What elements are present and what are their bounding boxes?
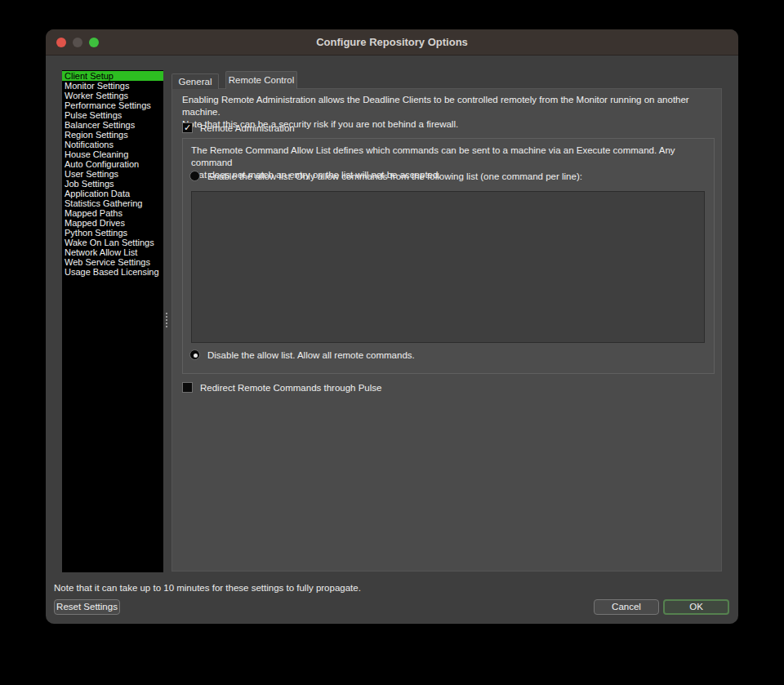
enable-allow-list-label: Enable the allow list. Only allow comman… xyxy=(207,171,582,181)
reset-settings-button[interactable]: Reset Settings xyxy=(54,599,120,615)
sidebar-item[interactable]: Application Data xyxy=(62,189,163,198)
sidebar-item[interactable]: Notifications xyxy=(62,140,163,149)
propagation-note: Note that it can take up to 10 minutes f… xyxy=(54,583,361,593)
redirect-through-pulse-label: Redirect Remote Commands through Pulse xyxy=(200,383,381,393)
sidebar-item-label: Mapped Drives xyxy=(65,218,125,228)
settings-category-list: Client Setup Monitor Settings Worker Set… xyxy=(62,70,163,572)
sidebar-item[interactable]: Mapped Paths xyxy=(62,208,163,218)
sidebar-item[interactable]: Python Settings xyxy=(62,228,163,238)
tab-remote-control[interactable]: Remote Control xyxy=(225,71,297,89)
checkmark-icon: ✓ xyxy=(184,122,191,132)
redirect-through-pulse-row: ✓ Redirect Remote Commands through Pulse xyxy=(182,382,381,393)
enable-allow-list-row: Enable the allow list. Only allow comman… xyxy=(189,171,582,181)
sidebar-item[interactable]: Monitor Settings xyxy=(62,81,163,91)
sidebar-item[interactable]: Worker Settings xyxy=(62,91,163,100)
sidebar-item[interactable]: Mapped Drives xyxy=(62,218,163,228)
intro-line-1: Enabling Remote Administration allows th… xyxy=(182,94,715,118)
sidebar-item-label: House Cleaning xyxy=(65,149,128,159)
enable-allow-list-radio[interactable] xyxy=(189,171,200,181)
close-window-icon[interactable] xyxy=(56,38,66,47)
sidebar-item[interactable]: Statistics Gathering xyxy=(62,198,163,208)
remote-control-tab-page: Enabling Remote Administration allows th… xyxy=(172,88,722,572)
sidebar-item-label: Usage Based Licensing xyxy=(65,267,159,277)
traffic-lights xyxy=(46,38,99,47)
zoom-window-icon[interactable] xyxy=(89,38,99,47)
sidebar-item[interactable]: Job Settings xyxy=(62,179,163,189)
sidebar-item[interactable]: Balancer Settings xyxy=(62,120,163,130)
sidebar-item-label: Network Allow List xyxy=(65,247,137,257)
sidebar-item-label: Balancer Settings xyxy=(65,120,135,130)
sidebar-item[interactable]: Auto Configuration xyxy=(62,159,163,169)
sidebar-item[interactable]: Region Settings xyxy=(62,130,163,140)
remote-administration-label: Remote Administration xyxy=(200,123,295,133)
tab-bar: General Remote Control xyxy=(172,71,297,89)
sidebar-item[interactable]: Network Allow List xyxy=(62,247,163,257)
remote-administration-row: ✓ Remote Administration xyxy=(182,122,295,133)
allow-list-textarea[interactable] xyxy=(191,191,705,343)
sidebar-item-label: User Settings xyxy=(65,169,118,179)
configure-repository-options-dialog: Configure Repository Options Client Setu… xyxy=(46,29,738,624)
sidebar-item[interactable]: Pulse Settings xyxy=(62,110,163,120)
window-title: Configure Repository Options xyxy=(46,36,738,48)
sidebar-item[interactable]: Wake On Lan Settings xyxy=(62,238,163,247)
sidebar-item-label: Job Settings xyxy=(65,179,114,189)
sidebar-item-label: Statistics Gathering xyxy=(65,198,142,208)
sidebar-item-label: Auto Configuration xyxy=(65,159,139,169)
disable-allow-list-radio[interactable] xyxy=(189,349,200,360)
redirect-through-pulse-checkbox[interactable]: ✓ xyxy=(182,382,193,393)
allow-list-description-line-1: The Remote Command Allow List defines wh… xyxy=(191,145,709,169)
sidebar-item-label: Mapped Paths xyxy=(65,208,122,218)
sidebar-item-label: Pulse Settings xyxy=(65,110,122,120)
sidebar-item-label: Notifications xyxy=(65,140,114,149)
tab-general[interactable]: General xyxy=(172,73,219,89)
splitter-handle[interactable] xyxy=(165,313,168,332)
disable-allow-list-row: Disable the allow list. Allow all remote… xyxy=(189,349,415,360)
sidebar-item[interactable]: User Settings xyxy=(62,169,163,179)
sidebar-item[interactable]: Web Service Settings xyxy=(62,257,163,267)
sidebar-item-label: Client Setup xyxy=(65,71,114,81)
sidebar-item-label: Monitor Settings xyxy=(65,81,129,91)
minimize-window-icon[interactable] xyxy=(73,38,82,47)
cancel-button[interactable]: Cancel xyxy=(594,599,659,615)
sidebar-item-label: Worker Settings xyxy=(65,91,128,100)
allow-list-groupbox: The Remote Command Allow List defines wh… xyxy=(182,138,715,374)
sidebar-item-label: Web Service Settings xyxy=(65,257,150,267)
sidebar-item[interactable]: Performance Settings xyxy=(62,100,163,110)
sidebar-item-label: Wake On Lan Settings xyxy=(65,238,154,247)
sidebar-item-label: Python Settings xyxy=(65,228,127,238)
sidebar-item-label: Application Data xyxy=(65,189,130,198)
title-bar[interactable]: Configure Repository Options xyxy=(46,29,738,56)
sidebar-item[interactable]: Usage Based Licensing xyxy=(62,267,163,277)
disable-allow-list-label: Disable the allow list. Allow all remote… xyxy=(207,350,415,360)
sidebar-item[interactable]: Client Setup xyxy=(62,71,163,81)
ok-button[interactable]: OK xyxy=(663,599,729,615)
sidebar-item[interactable]: House Cleaning xyxy=(62,149,163,159)
remote-administration-checkbox[interactable]: ✓ xyxy=(182,122,193,133)
sidebar-item-label: Performance Settings xyxy=(65,100,151,110)
sidebar-item-label: Region Settings xyxy=(65,130,128,140)
